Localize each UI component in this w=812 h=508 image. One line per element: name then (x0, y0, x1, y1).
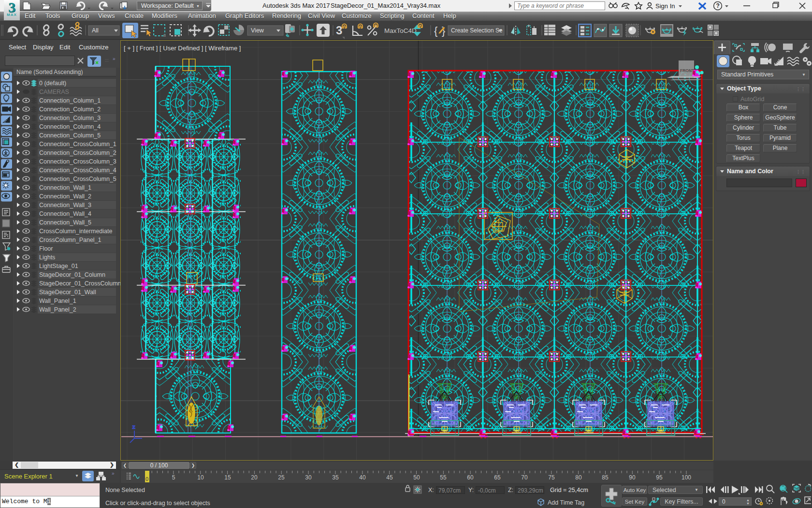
svg-text:Z: Z (132, 425, 135, 430)
svg-text:40: 40 (359, 474, 366, 481)
svg-text:35: 35 (332, 474, 339, 481)
svg-text:70: 70 (521, 474, 528, 481)
svg-text:95: 95 (656, 474, 663, 481)
svg-text:10: 10 (197, 474, 204, 481)
svg-text:85: 85 (602, 474, 609, 481)
svg-text:Sign In: Sign In (655, 2, 675, 10)
svg-text:View: View (251, 27, 264, 34)
svg-text:65: 65 (494, 474, 501, 481)
svg-text:15: 15 (224, 474, 231, 481)
svg-text:3: 3 (336, 24, 342, 37)
svg-text:45: 45 (386, 474, 393, 481)
svg-text:MaxToC4D: MaxToC4D (384, 27, 417, 34)
svg-text:FRONT: FRONT (680, 68, 695, 73)
svg-text:{: { (434, 25, 437, 37)
svg-text:20: 20 (251, 474, 258, 481)
svg-text:75: 75 (548, 474, 555, 481)
svg-text:?: ? (716, 2, 720, 9)
svg-text:80: 80 (575, 474, 582, 481)
svg-text:5: 5 (172, 474, 175, 481)
svg-text:90: 90 (629, 474, 636, 481)
svg-text:30: 30 (305, 474, 312, 481)
svg-text:Create Selection Se: Create Selection Se (451, 27, 503, 34)
svg-text:0: 0 (145, 476, 148, 482)
svg-text:100: 100 (682, 474, 691, 481)
svg-text:25: 25 (278, 474, 285, 481)
svg-text:55: 55 (440, 474, 447, 481)
svg-text:60: 60 (467, 474, 474, 481)
svg-text:All: All (92, 27, 99, 34)
svg-text:»: » (113, 56, 116, 61)
svg-text:50: 50 (413, 474, 420, 481)
